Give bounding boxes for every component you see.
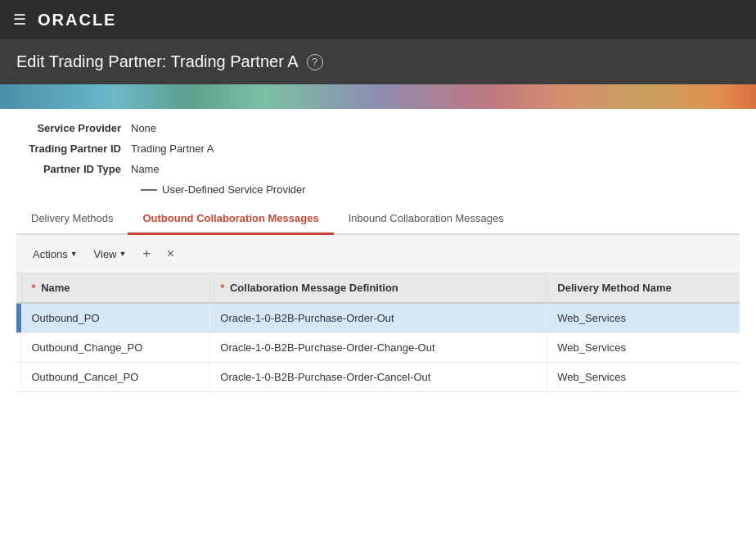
service-provider-label: Service Provider xyxy=(16,122,131,134)
tab-delivery-methods[interactable]: Delivery Methods xyxy=(16,204,128,235)
form-content: Service Provider None Trading Partner ID… xyxy=(0,109,756,405)
view-dropdown-icon: ▼ xyxy=(119,250,127,258)
partner-id-type-label: Partner ID Type xyxy=(16,163,131,175)
name-required-star: * xyxy=(32,282,36,294)
tab-inbound-collaboration-messages[interactable]: Inbound Collaboration Messages xyxy=(334,204,519,235)
checkbox-dash-icon xyxy=(141,189,157,191)
cell-delivery-1: Web_Services xyxy=(547,303,740,333)
user-defined-row: User-Defined Service Provider xyxy=(141,183,740,196)
outbound-messages-table: * Name * Collaboration Message Definitio… xyxy=(16,273,740,392)
title-bar: Edit Trading Partner: Trading Partner A … xyxy=(0,39,756,84)
user-defined-label: User-Defined Service Provider xyxy=(162,183,306,196)
service-provider-value: None xyxy=(131,122,156,134)
cell-collab-def-2: Oracle-1-0-B2B-Purchase-Order-Change-Out xyxy=(210,333,547,363)
table-row[interactable]: Outbound_Change_PO Oracle-1-0-B2B-Purcha… xyxy=(16,333,740,363)
page-title: Edit Trading Partner: Trading Partner A xyxy=(16,52,299,71)
cell-name-2: Outbound_Change_PO xyxy=(21,333,210,363)
col-header-delivery-method: Delivery Method Name xyxy=(547,273,740,303)
hamburger-icon[interactable]: ☰ xyxy=(13,11,26,29)
table-header-row: * Name * Collaboration Message Definitio… xyxy=(16,273,740,303)
partner-id-type-row: Partner ID Type Name xyxy=(16,163,740,175)
table-row[interactable]: Outbound_Cancel_PO Oracle-1-0-B2B-Purcha… xyxy=(16,363,740,392)
trading-partner-id-label: Trading Partner ID xyxy=(16,142,131,155)
view-button[interactable]: View ▼ xyxy=(88,245,133,264)
service-provider-row: Service Provider None xyxy=(16,122,740,134)
trading-partner-id-value: Trading Partner A xyxy=(131,142,214,155)
cell-collab-def-3: Oracle-1-0-B2B-Purchase-Order-Cancel-Out xyxy=(210,363,547,392)
col-header-name: * Name xyxy=(21,273,210,303)
cell-collab-def-1: Oracle-1-0-B2B-Purchase-Order-Out xyxy=(210,303,547,333)
cell-name-3: Outbound_Cancel_PO xyxy=(21,363,210,392)
actions-button[interactable]: Actions ▼ xyxy=(26,245,84,264)
add-button[interactable]: + xyxy=(136,243,156,264)
table-toolbar: Actions ▼ View ▼ + × xyxy=(16,235,740,273)
app-header: ☰ ORACLE xyxy=(0,0,756,39)
banner-image xyxy=(0,84,756,109)
tab-bar: Delivery Methods Outbound Collaboration … xyxy=(16,204,740,235)
cell-delivery-2: Web_Services xyxy=(547,333,740,363)
help-icon[interactable]: ? xyxy=(307,54,323,70)
actions-label: Actions xyxy=(33,248,68,260)
table-row[interactable]: Outbound_PO Oracle-1-0-B2B-Purchase-Orde… xyxy=(16,303,740,333)
oracle-logo: ORACLE xyxy=(38,11,116,29)
trading-partner-id-row: Trading Partner ID Trading Partner A xyxy=(16,142,740,155)
tab-outbound-collaboration-messages[interactable]: Outbound Collaboration Messages xyxy=(128,204,333,235)
table-section: Actions ▼ View ▼ + × * Name * xyxy=(16,235,740,392)
col-header-collab-def: * Collaboration Message Definition xyxy=(210,273,547,303)
delete-button[interactable]: × xyxy=(160,243,181,264)
collab-required-star: * xyxy=(220,282,224,294)
cell-name-1: Outbound_PO xyxy=(21,303,210,333)
view-label: View xyxy=(94,248,117,260)
partner-id-type-value: Name xyxy=(131,163,160,175)
cell-delivery-3: Web_Services xyxy=(547,363,740,392)
actions-dropdown-icon: ▼ xyxy=(70,250,78,258)
